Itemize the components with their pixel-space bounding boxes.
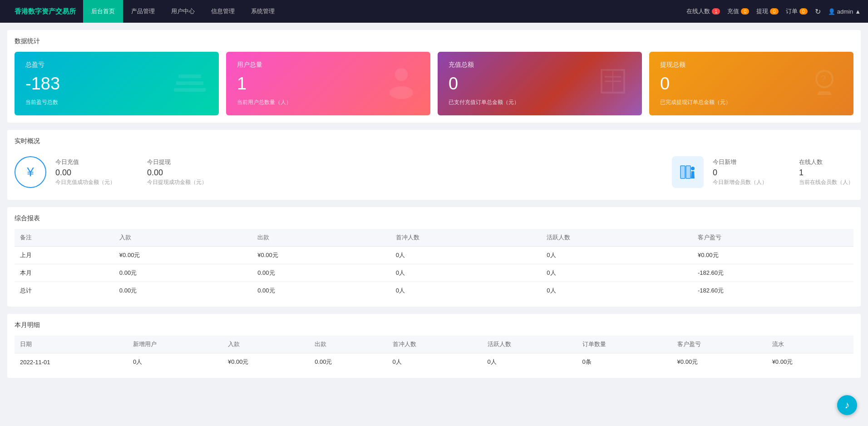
report-cell-label: 上月 — [15, 247, 114, 264]
monthly-section: 本月明细 日期 新增用户 入款 出款 首冲人数 活跃人数 订单数量 客户盈亏 流… — [7, 314, 861, 378]
svg-point-4 — [390, 86, 413, 99]
stats-title: 数据统计 — [15, 37, 853, 45]
report-cell-label: 总计 — [15, 282, 114, 300]
report-th-profit: 客户盈亏 — [692, 229, 853, 247]
svg-rect-2 — [178, 74, 201, 78]
monthly-cell-first: 0人 — [387, 353, 482, 371]
online-count-item[interactable]: 在线人数 1 — [686, 7, 720, 15]
report-cell-withdraw: 0.00元 — [252, 264, 390, 282]
stats-section: 数据统计 总盈亏 -183 当前盈亏总数 — [7, 30, 861, 123]
user-icon: 👤 — [828, 8, 835, 15]
monthly-th-withdraw: 出款 — [309, 336, 387, 353]
order-badge: 0 — [799, 8, 808, 15]
stat-card-profit: 总盈亏 -183 当前盈亏总数 — [15, 52, 219, 115]
report-cell-active: 0人 — [541, 282, 692, 300]
recharge-item[interactable]: 充值 0 — [727, 7, 749, 15]
report-cell-profit: -182.60元 — [692, 264, 853, 282]
monthly-th-deposit: 入款 — [222, 336, 309, 353]
report-cell-first: 0人 — [390, 247, 542, 264]
monthly-title: 本月明细 — [15, 321, 853, 329]
report-cell-deposit: 0.00元 — [114, 282, 252, 300]
report-cell-active: 0人 — [541, 264, 692, 282]
monthly-cell-flow: ¥0.00元 — [767, 353, 853, 371]
report-cell-withdraw: ¥0.00元 — [252, 247, 390, 264]
report-cell-active: 0人 — [541, 247, 692, 264]
withdraw-item[interactable]: 提现 0 — [756, 7, 778, 15]
report-row: 上月 ¥0.00元 ¥0.00元 0人 0人 ¥0.00元 — [15, 247, 853, 264]
users-label: 用户总量 — [237, 61, 419, 69]
today-new-stat: 今日新增 0 今日新增会员数（人） — [713, 158, 781, 186]
realtime-section: 实时概况 ¥ 今日充值 0.00 今日充值成功金额（元） 今日提现 0.00 今… — [7, 130, 861, 200]
report-row: 本月 0.00元 0.00元 0人 0人 -182.60元 — [15, 264, 853, 282]
today-new-label: 今日新增 — [713, 158, 767, 166]
brand: 香港数字资产交易所 — [7, 7, 83, 16]
report-th-label: 备注 — [15, 229, 114, 247]
recharge-card-label: 充值总额 — [449, 61, 631, 69]
yuan-icon: ¥ — [15, 156, 46, 188]
monthly-cell-new-users: 0人 — [128, 353, 222, 371]
report-th-first: 首冲人数 — [390, 229, 542, 247]
svg-text:?: ? — [820, 73, 826, 84]
monthly-th-flow: 流水 — [767, 336, 853, 353]
navbar: 香港数字资产交易所 后台首页 产品管理 用户中心 信息管理 系统管理 在线人数 … — [0, 0, 868, 23]
members-icon — [672, 156, 704, 188]
withdraw-card-icon: ? — [806, 63, 843, 104]
svg-rect-0 — [174, 88, 206, 92]
yuan-symbol: ¥ — [27, 165, 34, 179]
svg-rect-1 — [176, 81, 203, 85]
nav-item-home[interactable]: 后台首页 — [83, 0, 123, 23]
refresh-button[interactable]: ↻ — [815, 7, 821, 16]
stat-card-recharge: 充值总额 0 已支付充值订单总金额（元） — [438, 52, 642, 115]
report-row: 总计 0.00元 0.00元 0人 0人 -182.60元 — [15, 282, 853, 300]
report-th-withdraw: 出款 — [252, 229, 390, 247]
report-cell-deposit: ¥0.00元 — [114, 247, 252, 264]
nav-item-info[interactable]: 信息管理 — [203, 0, 243, 23]
monthly-cell-active: 0人 — [482, 353, 577, 371]
nav-item-products[interactable]: 产品管理 — [123, 0, 163, 23]
recharge-card-icon — [595, 63, 631, 104]
users-desc: 当前用户总数量（人） — [237, 99, 419, 106]
profit-label: 总盈亏 — [25, 61, 208, 69]
admin-label: admin — [837, 8, 853, 15]
monthly-row: 2022-11-01 0人 ¥0.00元 0.00元 0人 0人 0条 ¥0.0… — [15, 353, 853, 371]
online-stat-desc: 当前在线会员数（人） — [799, 178, 853, 186]
online-stat-value: 1 — [799, 168, 853, 178]
withdraw-card-desc: 已完成提现订单总金额（元） — [660, 99, 843, 106]
online-stat: 在线人数 1 当前在线会员数（人） — [781, 158, 853, 186]
report-th-active: 活跃人数 — [541, 229, 692, 247]
admin-user[interactable]: 👤 admin ▲ — [828, 8, 861, 15]
today-withdraw-stat: 今日提现 0.00 今日提现成功金额（元） — [129, 158, 221, 186]
svg-rect-7 — [681, 166, 685, 178]
main-content: 数据统计 总盈亏 -183 当前盈亏总数 — [0, 23, 868, 392]
order-item[interactable]: 订单 0 — [786, 7, 808, 15]
recharge-card-desc: 已支付充值订单总金额（元） — [449, 99, 631, 106]
monthly-header-row: 日期 新增用户 入款 出款 首冲人数 活跃人数 订单数量 客户盈亏 流水 — [15, 336, 853, 353]
report-title: 综合报表 — [15, 214, 853, 223]
monthly-th-date: 日期 — [15, 336, 128, 353]
today-withdraw-value: 0.00 — [147, 168, 207, 178]
monthly-th-first: 首冲人数 — [387, 336, 482, 353]
realtime-title: 实时概况 — [15, 137, 853, 145]
monthly-cell-date: 2022-11-01 — [15, 353, 128, 371]
today-withdraw-label: 今日提现 — [147, 158, 207, 166]
users-icon — [383, 63, 419, 104]
online-badge: 1 — [712, 8, 720, 15]
report-th-deposit: 入款 — [114, 229, 252, 247]
svg-rect-9 — [686, 166, 690, 178]
withdraw-card-label: 提现总额 — [660, 61, 843, 69]
navbar-right: 在线人数 1 充值 0 提现 0 订单 0 ↻ 👤 admin ▲ — [686, 7, 861, 16]
withdraw-label: 提现 — [756, 7, 768, 15]
nav-item-users[interactable]: 用户中心 — [163, 0, 203, 23]
svg-point-11 — [691, 167, 695, 170]
monthly-cell-deposit: ¥0.00元 — [222, 353, 309, 371]
nav-menu: 后台首页 产品管理 用户中心 信息管理 系统管理 — [83, 0, 686, 23]
today-recharge-desc: 今日充值成功金额（元） — [55, 178, 115, 186]
monthly-table: 日期 新增用户 入款 出款 首冲人数 活跃人数 订单数量 客户盈亏 流水 202… — [15, 336, 853, 371]
online-label: 在线人数 — [686, 7, 710, 15]
nav-item-system[interactable]: 系统管理 — [243, 0, 283, 23]
report-header-row: 备注 入款 出款 首冲人数 活跃人数 客户盈亏 — [15, 229, 853, 247]
monthly-cell-profit: ¥0.00元 — [672, 353, 767, 371]
stat-card-withdraw: ? 提现总额 0 已完成提现订单总金额（元） — [649, 52, 853, 115]
monthly-th-orders: 订单数量 — [577, 336, 672, 353]
report-cell-withdraw: 0.00元 — [252, 282, 390, 300]
